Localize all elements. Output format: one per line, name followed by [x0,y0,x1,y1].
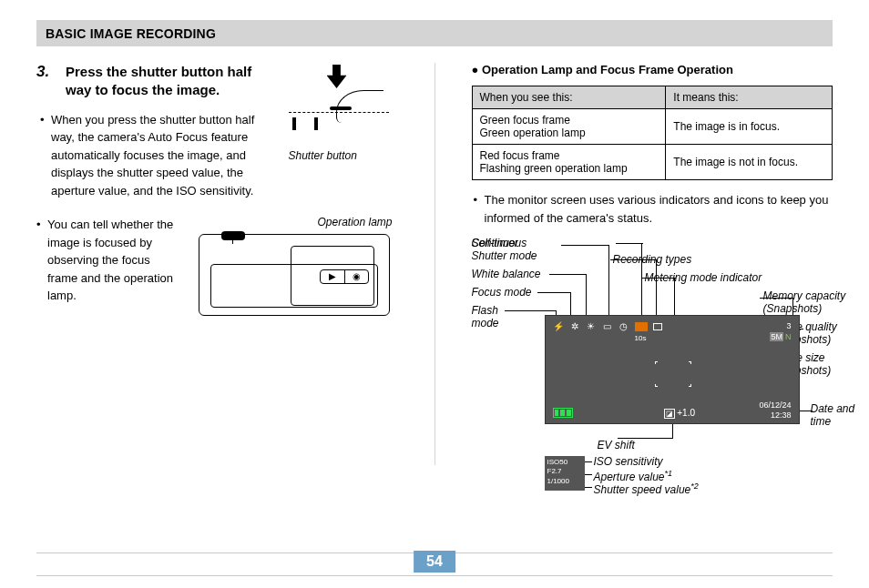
panel-shutter: 1/1000 [547,477,582,486]
timer-icon: ◷ [619,321,629,331]
right-column: Operation Lamp and Focus Frame Operation… [472,63,833,465]
focus-frame-table: When you see this: It means this: Green … [472,86,833,180]
label-memory-capacity: Memory capacity (Snapshots) [763,290,870,316]
operation-lamp-label: Operation lamp [199,216,393,228]
two-column-layout: 3. Press the shutter button half way to … [36,63,833,465]
label-shutter-speed: Shutter speed value*2 [594,482,699,497]
step-title: Press the shutter button half way to foc… [66,63,272,100]
table-row: Green focus frame Green operation lamp T… [472,109,833,145]
monitor-time: 12:38 [771,411,792,420]
left-bullet-1: When you press the shutter button half w… [40,111,272,200]
camera-icon: ◉ [345,270,369,283]
monitor-size: 5M [770,332,783,341]
monitor-quality: N [783,332,792,341]
playback-icon: ▶ [321,270,344,283]
wb-icon: ☀ [586,321,597,331]
shutter-button-label: Shutter button [289,149,357,162]
section-title: BASIC IMAGE RECORDING [36,20,833,46]
continuous-icon: ▭ [602,321,613,331]
monitor-ev: +1.0 [677,408,695,418]
panel-aperture: F2.7 [547,467,582,476]
operation-lamp-illustration: ▶◉ [199,234,390,316]
label-focus-mode: Focus mode [472,287,532,299]
step-number: 3. [36,63,49,80]
monitor-screen: ⚡ ✲ ☀ ▭ ◷ 10s 3 5MN [545,315,800,424]
monitor-date: 06/12/24 [759,400,791,410]
table-row: Red focus frame Flashing green operation… [472,145,833,180]
operation-lamp-icon [221,231,245,240]
label-date-time: Date and time [811,403,870,429]
focus-frame-icon [655,361,691,387]
page-number: 54 [414,551,455,573]
label-iso: ISO sensitivity [594,456,663,469]
ev-icon: ◪ [664,409,675,419]
monitor-count: 3 [770,321,791,330]
down-arrow-icon [327,65,347,88]
column-divider [434,63,435,465]
battery-icon [553,408,573,418]
panel-iso: ISO50 [547,458,582,467]
exposure-panel: ISO50 F2.7 1/1000 [545,456,585,491]
shutter-button-illustration [289,63,389,145]
recording-type-icon [635,322,648,331]
left-bullet-2: You can tell whether the image is focuse… [36,216,182,305]
flash-icon: ⚡ [553,321,564,331]
label-ev-shift: EV shift [598,440,635,452]
left-column: 3. Press the shutter button half way to … [36,63,398,465]
label-white-balance: White balance [472,269,541,281]
metering-icon [653,323,662,330]
macro-icon: ✲ [569,321,580,331]
table-header-means: It means this: [666,86,833,109]
label-self-timer: Self-timer [472,238,518,250]
monitor-bullet: The monitor screen uses various indicato… [472,191,833,227]
page-footer: 54 [36,553,833,576]
label-flash-mode: Flash mode [472,305,527,330]
table-header-see: When you see this: [472,86,666,109]
operation-lamp-heading: Operation Lamp and Focus Frame Operation [472,63,833,76]
monitor-10s: 10s [635,334,647,342]
monitor-diagram: Continuous Shutter mode White balance Fo… [472,238,870,465]
